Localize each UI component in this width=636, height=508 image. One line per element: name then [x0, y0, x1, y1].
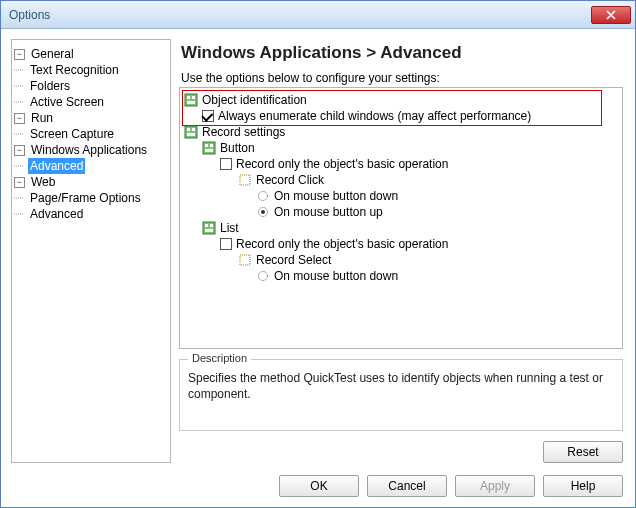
- radio-on-mouse-down-list[interactable]: On mouse button down: [184, 268, 618, 284]
- option-label: Always enumerate child windows (may affe…: [218, 108, 531, 124]
- group-label: List: [220, 220, 239, 236]
- svg-point-28: [259, 272, 268, 281]
- dialog-buttons: OK Cancel Apply Help: [11, 471, 623, 497]
- property-icon: [238, 173, 252, 187]
- svg-rect-25: [210, 224, 213, 227]
- option-button-record-basic[interactable]: Record only the object's basic operation: [184, 156, 618, 172]
- apply-button[interactable]: Apply: [455, 475, 535, 497]
- reset-button[interactable]: Reset: [543, 441, 623, 463]
- svg-rect-17: [210, 144, 213, 147]
- option-record-click[interactable]: Record Click: [184, 172, 618, 188]
- main-split: − General Text Recognition Folders: [11, 39, 623, 463]
- option-always-enumerate[interactable]: Always enumerate child windows (may affe…: [184, 108, 618, 124]
- nav-tree[interactable]: − General Text Recognition Folders: [11, 39, 171, 463]
- checkbox-unchecked-icon[interactable]: [220, 238, 232, 250]
- category-icon: [202, 141, 216, 155]
- svg-rect-9: [192, 96, 195, 99]
- description-legend: Description: [188, 352, 251, 364]
- nav-item-active-screen[interactable]: Active Screen: [14, 94, 168, 110]
- svg-rect-27: [240, 255, 250, 265]
- svg-rect-8: [187, 96, 190, 99]
- nav-item-screen-capture[interactable]: Screen Capture: [14, 126, 168, 142]
- option-label: On mouse button up: [274, 204, 383, 220]
- group-label: Button: [220, 140, 255, 156]
- option-label: On mouse button down: [274, 268, 398, 284]
- titlebar: Options: [1, 1, 635, 29]
- nav-item-advanced-winapps[interactable]: Advanced: [14, 158, 168, 174]
- group-record-settings[interactable]: Record settings: [184, 124, 618, 140]
- svg-point-22: [261, 210, 265, 214]
- tree-connector-icon: [14, 97, 28, 107]
- description-text: Specifies the method QuickTest uses to i…: [188, 370, 614, 402]
- svg-rect-19: [240, 175, 250, 185]
- settings-list-box: Object identification Always enumerate c…: [179, 87, 623, 349]
- dialog-body: − General Text Recognition Folders: [1, 29, 635, 507]
- group-label: Object identification: [202, 92, 307, 108]
- radio-selected-icon: [256, 205, 270, 219]
- svg-rect-12: [187, 128, 190, 131]
- collapse-icon[interactable]: −: [14, 177, 25, 188]
- radio-on-mouse-down[interactable]: On mouse button down: [184, 188, 618, 204]
- page-heading: Windows Applications > Advanced: [179, 39, 623, 71]
- nav-item-web[interactable]: − Web: [14, 174, 168, 190]
- window-title: Options: [9, 8, 591, 22]
- option-list-record-basic[interactable]: Record only the object's basic operation: [184, 236, 618, 252]
- collapse-icon[interactable]: −: [14, 145, 25, 156]
- svg-rect-26: [205, 229, 213, 232]
- option-record-select[interactable]: Record Select: [184, 252, 618, 268]
- settings-scroll[interactable]: Object identification Always enumerate c…: [180, 88, 622, 348]
- nav-item-text-recognition[interactable]: Text Recognition: [14, 62, 168, 78]
- group-object-identification[interactable]: Object identification: [184, 92, 618, 108]
- checkbox-checked-icon[interactable]: [202, 110, 214, 122]
- svg-rect-15: [203, 142, 215, 154]
- ok-button[interactable]: OK: [279, 475, 359, 497]
- tree-connector-icon: [14, 81, 28, 91]
- property-icon: [238, 253, 252, 267]
- radio-on-mouse-up[interactable]: On mouse button up: [184, 204, 618, 220]
- close-icon: [606, 10, 616, 20]
- radio-unselected-icon: [256, 189, 270, 203]
- help-button[interactable]: Help: [543, 475, 623, 497]
- nav-item-page-frame-options[interactable]: Page/Frame Options: [14, 190, 168, 206]
- collapse-icon[interactable]: −: [14, 113, 25, 124]
- category-icon: [202, 221, 216, 235]
- nav-item-folders[interactable]: Folders: [14, 78, 168, 94]
- cancel-button[interactable]: Cancel: [367, 475, 447, 497]
- svg-point-20: [259, 192, 268, 201]
- option-label: Record only the object's basic operation: [236, 236, 448, 252]
- svg-rect-18: [205, 149, 213, 152]
- tree-connector-icon: [14, 161, 28, 171]
- reset-row: Reset: [179, 431, 623, 463]
- option-label: Record Select: [256, 252, 331, 268]
- svg-rect-16: [205, 144, 208, 147]
- tree-connector-icon: [14, 65, 28, 75]
- nav-item-run[interactable]: − Run: [14, 110, 168, 126]
- svg-rect-14: [187, 133, 195, 136]
- checkbox-unchecked-icon[interactable]: [220, 158, 232, 170]
- tree-connector-icon: [14, 129, 28, 139]
- svg-rect-7: [185, 94, 197, 106]
- group-list[interactable]: List: [184, 220, 618, 236]
- radio-unselected-icon: [256, 269, 270, 283]
- group-button[interactable]: Button: [184, 140, 618, 156]
- nav-item-advanced-web[interactable]: Advanced: [14, 206, 168, 222]
- svg-rect-11: [185, 126, 197, 138]
- svg-rect-23: [203, 222, 215, 234]
- nav-item-general[interactable]: − General: [14, 46, 168, 62]
- option-label: On mouse button down: [274, 188, 398, 204]
- page-subtext: Use the options below to configure your …: [179, 71, 623, 87]
- nav-item-windows-applications[interactable]: − Windows Applications: [14, 142, 168, 158]
- tree-connector-icon: [14, 209, 28, 219]
- svg-rect-24: [205, 224, 208, 227]
- svg-rect-10: [187, 101, 195, 104]
- category-icon: [184, 93, 198, 107]
- tree-connector-icon: [14, 193, 28, 203]
- category-icon: [184, 125, 198, 139]
- options-dialog: Options − General: [0, 0, 636, 508]
- svg-rect-13: [192, 128, 195, 131]
- description-group: Description Specifies the method QuickTe…: [179, 359, 623, 431]
- collapse-icon[interactable]: −: [14, 49, 25, 60]
- option-label: Record Click: [256, 172, 324, 188]
- close-button[interactable]: [591, 6, 631, 24]
- option-label: Record only the object's basic operation: [236, 156, 448, 172]
